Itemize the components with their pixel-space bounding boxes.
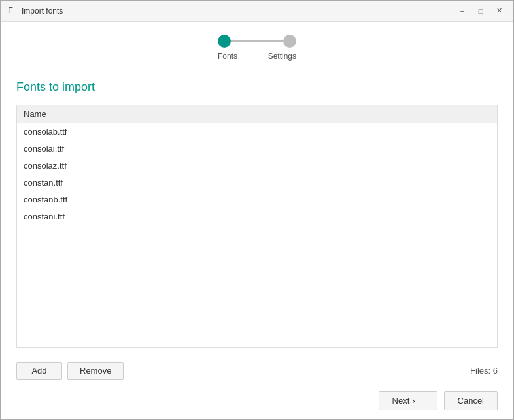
wizard-steps: Fonts Settings [1, 22, 513, 67]
minimize-button[interactable]: − [454, 5, 470, 18]
spacer-cell [477, 123, 497, 140]
font-name-cell: consolai.ttf [17, 140, 477, 157]
step-settings-circle [283, 35, 296, 48]
close-button[interactable]: ✕ [491, 5, 507, 18]
step-settings-label: Settings [268, 52, 296, 61]
font-name-cell: constani.ttf [17, 208, 477, 225]
next-label: Next [392, 396, 410, 406]
table-row[interactable]: constan.ttf [17, 174, 497, 191]
maximize-button[interactable]: □ [473, 5, 488, 18]
bottom-actions: Next › Cancel [1, 386, 513, 419]
add-button[interactable]: Add [16, 362, 62, 380]
titlebar: F Import fonts − □ ✕ [1, 1, 513, 22]
column-name-header: Name [17, 105, 477, 123]
titlebar-controls: − □ ✕ [454, 5, 507, 18]
font-name-cell: constan.ttf [17, 174, 477, 191]
table-row[interactable]: consolai.ttf [17, 140, 497, 157]
font-icon: F [7, 5, 18, 17]
files-count: Files: 6 [470, 366, 498, 376]
step-connector [231, 40, 283, 42]
remove-button[interactable]: Remove [67, 362, 124, 380]
next-arrow: › [412, 396, 415, 406]
footer-right: Files: 6 [470, 366, 498, 376]
titlebar-left: F Import fonts [7, 5, 63, 17]
font-name-cell: consolab.ttf [17, 123, 477, 140]
main-window: F Import fonts − □ ✕ Fonts Settings Font [0, 0, 514, 420]
content-area: Fonts to import Name consolab.ttfconsola… [1, 67, 513, 355]
footer-bar: Add Remove Files: 6 [1, 355, 513, 386]
page-heading: Fonts to import [16, 80, 498, 94]
font-name-cell: constanb.ttf [17, 191, 477, 208]
table-header-row: Name [17, 105, 497, 123]
column-spacer-header [477, 105, 497, 123]
table-row[interactable]: constanb.ttf [17, 191, 497, 208]
window-title: Import fonts [22, 7, 63, 16]
table-row[interactable]: consolaz.ttf [17, 157, 497, 174]
spacer-cell [477, 157, 497, 174]
svg-text:F: F [8, 5, 13, 15]
table-row[interactable]: constani.ttf [17, 208, 497, 225]
step-fonts-label: Fonts [218, 52, 237, 61]
fonts-table: Name consolab.ttfconsolai.ttfconsolaz.tt… [17, 105, 497, 225]
spacer-cell [477, 140, 497, 157]
spacer-cell [477, 191, 497, 208]
next-button[interactable]: Next › [379, 391, 437, 410]
fonts-table-container: Name consolab.ttfconsolai.ttfconsolaz.tt… [16, 105, 498, 348]
step-fonts-circle [218, 35, 231, 48]
cancel-button[interactable]: Cancel [444, 391, 498, 410]
spacer-cell [477, 208, 497, 225]
font-name-cell: consolaz.ttf [17, 157, 477, 174]
table-row[interactable]: consolab.ttf [17, 123, 497, 140]
spacer-cell [477, 174, 497, 191]
footer-left-buttons: Add Remove [16, 362, 124, 380]
